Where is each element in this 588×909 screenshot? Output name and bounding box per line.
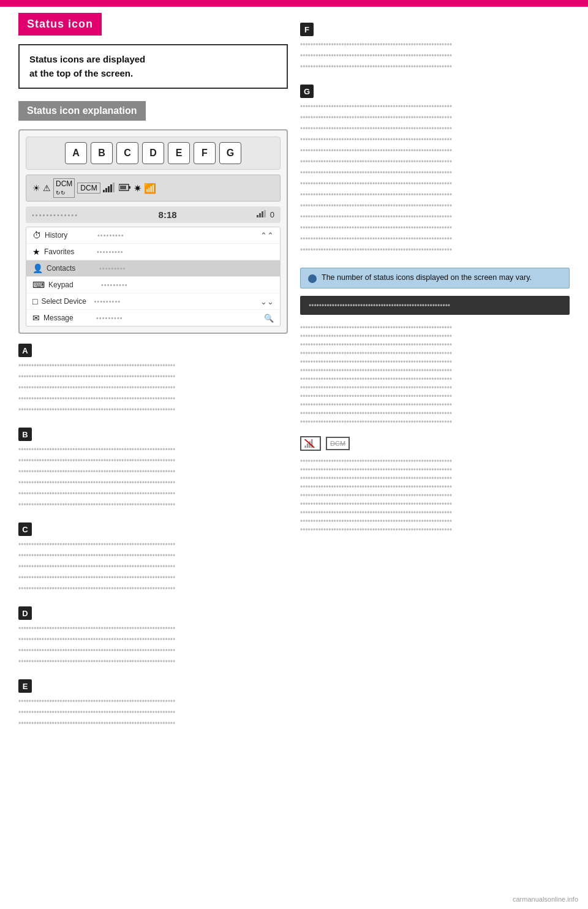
icon-dcm-arrows: DCM↻↻	[53, 178, 75, 198]
extra-text-section-2: ••••••••••••••••••••••••••••••••••••••••…	[300, 457, 570, 534]
icon-dcm: DCM	[77, 183, 100, 194]
svg-rect-9	[259, 213, 261, 217]
contacts-icon: 👤	[32, 263, 43, 273]
status-icon-heading: Status icon	[18, 13, 102, 36]
favorites-icon: ★	[32, 247, 40, 257]
section-g-text: ••••••••••••••••••••••••••••••••••••••••…	[300, 101, 570, 255]
icon-box-G: G	[219, 142, 241, 164]
select-device-chevron: ⌄⌄	[260, 297, 274, 306]
history-icon: ⏱	[32, 230, 41, 240]
svg-rect-4	[113, 183, 115, 192]
icon-box-E: E	[168, 142, 190, 164]
icon-box-D: D	[142, 142, 164, 164]
section-g-label: G	[300, 85, 570, 98]
section-b-badge: B	[18, 428, 32, 441]
svg-rect-13	[307, 443, 309, 448]
section-c-badge: C	[18, 522, 32, 536]
section-d-text: ••••••••••••••••••••••••••••••••••••••••…	[18, 623, 288, 667]
keypad-dots: •••••••••	[101, 281, 128, 289]
svg-rect-3	[110, 184, 112, 192]
menu-item-keypad: ⌨ Keypad •••••••••	[26, 277, 280, 293]
mockup-menu: ⏱ History ••••••••• ⌃⌃ ★ Favorites •••••…	[26, 227, 281, 326]
icon-box-F: F	[194, 142, 216, 164]
menu-item-select-device: □ Select Device ••••••••• ⌄⌄	[26, 293, 280, 310]
note-text: The number of status icons displayed on …	[322, 273, 532, 282]
svg-rect-8	[257, 215, 258, 217]
note-bullet	[308, 274, 317, 283]
left-column: Status icon Status icons are displayedat…	[18, 13, 288, 729]
no-signal-icon	[300, 436, 321, 451]
mockup-dots: •••••••••••••	[32, 211, 78, 219]
info-box-text: Status icons are displayedat the top of …	[29, 54, 145, 78]
heading-text: Status icon	[27, 18, 93, 30]
mockup-status-bar: ••••••••••••• 8:18 0	[26, 206, 281, 223]
message-search-icon: 🔍	[264, 314, 274, 323]
contacts-label: Contacts	[47, 264, 96, 273]
select-device-dots: •••••••••	[94, 298, 121, 305]
keypad-label: Keypad	[48, 281, 97, 289]
extra-text-section: ••••••••••••••••••••••••••••••••••••••••…	[300, 323, 570, 426]
section-e-badge: E	[18, 679, 32, 693]
svg-rect-1	[105, 188, 107, 192]
section-b-label: B	[18, 428, 288, 441]
mockup-icon-symbols-row: ☀ ⚠ DCM↻↻ DCM	[26, 175, 281, 202]
history-label: History	[45, 231, 94, 240]
dark-box: ••••••••••••••••••••••••••••••••••••••••…	[300, 296, 570, 315]
icon-box-C: C	[116, 142, 138, 164]
footer-url: carmanualsonline.info	[513, 896, 578, 903]
icon-sun: ☀	[32, 183, 40, 193]
footer: carmanualsonline.info	[513, 896, 578, 903]
section-c-label: C	[18, 522, 288, 536]
favorites-dots: •••••••••	[97, 248, 124, 255]
menu-item-contacts: 👤 Contacts •••••••••	[26, 260, 280, 277]
svg-rect-7	[120, 186, 126, 189]
svg-rect-10	[262, 211, 263, 217]
top-bar	[0, 0, 588, 5]
message-dots: •••••••••	[96, 314, 123, 322]
svg-rect-12	[304, 446, 306, 448]
screen-mockup: A B C D E F G ☀ ⚠ DCM↻↻ DCM	[18, 129, 288, 334]
section-f-label: F	[300, 23, 570, 36]
contacts-dots: •••••••••	[99, 265, 126, 272]
message-icon: ✉	[32, 313, 40, 323]
section-g-badge: G	[300, 85, 314, 98]
mockup-time: 8:18	[159, 209, 177, 220]
section-e-label: E	[18, 679, 288, 693]
svg-rect-11	[264, 210, 266, 217]
favorites-label: Favorites	[44, 247, 93, 256]
right-column: F ••••••••••••••••••••••••••••••••••••••…	[300, 13, 570, 729]
icon-bluetooth: ✷	[134, 183, 141, 194]
menu-item-message: ✉ Message ••••••••• 🔍	[26, 310, 280, 326]
icon-alert: ⚠	[43, 183, 51, 193]
section-c-text: ••••••••••••••••••••••••••••••••••••••••…	[18, 539, 288, 594]
select-device-icon: □	[32, 296, 37, 306]
section-f-badge: F	[300, 23, 314, 36]
history-chevron: ⌃⌃	[260, 231, 274, 240]
explanation-heading-text: Status icon explanation	[27, 105, 137, 116]
no-dcm-icon: DCM	[326, 437, 350, 450]
section-a-label: A	[18, 344, 288, 357]
section-e-text: ••••••••••••••••••••••••••••••••••••••••…	[18, 696, 288, 729]
note-box: The number of status icons displayed on …	[300, 268, 570, 289]
signal-icons-row: DCM	[300, 436, 570, 451]
section-d-label: D	[18, 606, 288, 620]
icon-box-A: A	[65, 142, 87, 164]
section-b-text: ••••••••••••••••••••••••••••••••••••••••…	[18, 444, 288, 510]
info-box: Status icons are displayedat the top of …	[18, 44, 288, 89]
icon-battery	[119, 183, 131, 194]
svg-rect-2	[108, 186, 110, 192]
select-device-label: Select Device	[41, 297, 90, 306]
svg-rect-6	[129, 186, 130, 189]
menu-item-history: ⏱ History ••••••••• ⌃⌃	[26, 227, 280, 244]
dark-box-text: ••••••••••••••••••••••••••••••••••••••••…	[309, 301, 450, 310]
message-label: Message	[43, 314, 92, 322]
section-a-text: ••••••••••••••••••••••••••••••••••••••••…	[18, 360, 288, 415]
explanation-heading: Status icon explanation	[18, 101, 146, 121]
section-d-badge: D	[18, 606, 32, 620]
mockup-icons-row: A B C D E F G	[26, 137, 281, 170]
icon-box-B: B	[91, 142, 113, 164]
icon-signal-bars	[103, 183, 116, 194]
section-f-text: ••••••••••••••••••••••••••••••••••••••••…	[300, 39, 570, 72]
page-content: Status icon Status icons are displayedat…	[0, 7, 588, 735]
keypad-icon: ⌨	[32, 280, 45, 290]
